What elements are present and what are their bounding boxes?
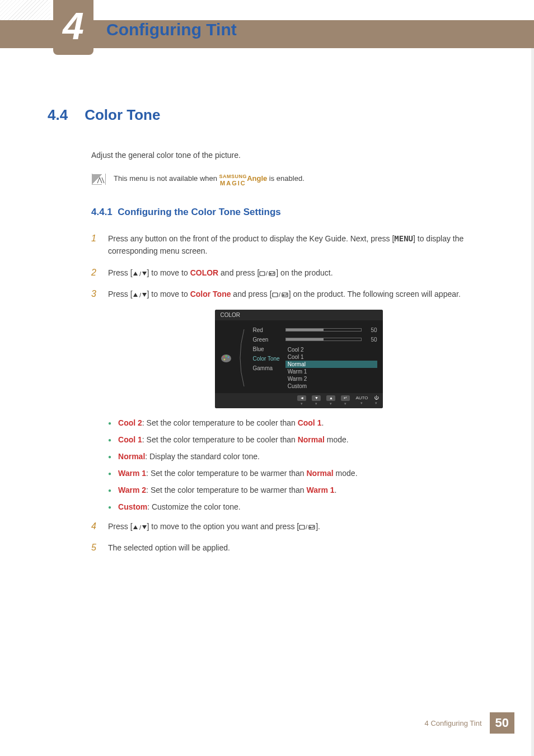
slider-track: [285, 338, 362, 341]
source-enter-icon: /: [272, 290, 289, 298]
t: ] to move to the option you want and pre…: [147, 522, 299, 531]
option-descriptions: ●Cool 2: Set the color temperature to be…: [108, 418, 506, 512]
slider-value: 50: [366, 327, 377, 333]
source-enter-icon: /: [299, 522, 316, 531]
osd-label-green: Green: [253, 337, 280, 343]
step-4: 4 Press [/] to move to the option you wa…: [91, 520, 506, 533]
t: Press [: [108, 522, 133, 531]
brand-bottom: MAGIC: [220, 180, 246, 186]
term: Cool 2: [118, 418, 142, 427]
option-warm2: Warm 2: [285, 375, 377, 382]
t: and press [: [231, 290, 271, 298]
footer-text: 4 Configuring Tint: [425, 719, 482, 727]
palette-icon: [221, 327, 234, 390]
term: Cool 1: [118, 435, 142, 444]
t: Press any button on the front of the pro…: [108, 234, 394, 243]
bullet-cool2: ●Cool 2: Set the color temperature to be…: [108, 418, 506, 428]
osd-dropdown: Cool 2 Cool 1 Normal Warm 1 Warm 2 Custo…: [285, 346, 377, 390]
svg-marker-2: [142, 272, 147, 276]
chapter-badge: 4: [53, 0, 93, 55]
svg-text:/: /: [266, 270, 268, 277]
up-down-icon: /: [133, 290, 147, 298]
ref: Normal: [306, 469, 333, 478]
slider-track: [285, 328, 362, 332]
osd-screenshot: COLOR Red Green Blue Color To: [91, 310, 506, 408]
svg-marker-21: [142, 525, 147, 529]
svg-text:/: /: [139, 292, 142, 298]
step-3: 3 Press [/] to move to Color Tone and pr…: [91, 288, 506, 300]
slider-fill: [286, 338, 324, 340]
content-area: 4.4 Color Tone Adjust the general color …: [48, 106, 506, 563]
bullet-dot-icon: ●: [108, 486, 111, 496]
bullet-normal: ●Normal: Display the standard color tone…: [108, 452, 506, 462]
bullet-warm1: ●Warm 1: Set the color temperature to be…: [108, 469, 506, 479]
t: ] to move to: [147, 290, 190, 298]
step-number: 4: [91, 521, 98, 531]
bullet-dot-icon: ●: [108, 435, 111, 445]
osd-btn-down: ▼▾: [312, 395, 321, 406]
slider-green: 50: [285, 337, 377, 343]
t: : Set the color temperature to be cooler…: [142, 435, 298, 444]
option-normal-selected: Normal: [285, 361, 377, 368]
svg-text:/: /: [306, 524, 308, 530]
t: ] on the product. The following screen w…: [289, 290, 461, 298]
t: : Set the color temperature to be warmer…: [146, 469, 306, 478]
osd-btn-up: ▲▾: [326, 395, 335, 406]
osd-right: 50 50 Cool 2 Cool 1 Normal Warm 1 Warm 2: [285, 327, 377, 390]
step-text: Press [/] to move to Color Tone and pres…: [108, 288, 506, 300]
step-text: Press [/] to move to COLOR and press [/]…: [108, 267, 506, 279]
t: Press [: [108, 268, 133, 277]
svg-text:/: /: [139, 525, 142, 530]
osd-arc: [238, 327, 249, 389]
step-number: 1: [91, 234, 98, 244]
t: ] on the product.: [276, 268, 332, 277]
bullet-dot-icon: ●: [108, 502, 111, 512]
option-custom: Custom: [285, 382, 377, 390]
brand-angle: Angle: [247, 174, 267, 183]
menu-key: MENU: [394, 234, 413, 243]
t: : Display the standard color tone.: [145, 452, 260, 461]
brand-top: SAMSUNG: [219, 174, 247, 179]
svg-text:/: /: [279, 292, 281, 298]
bullet-dot-icon: ●: [108, 469, 111, 479]
osd-panel: COLOR Red Green Blue Color To: [215, 310, 383, 408]
step-number: 3: [91, 289, 98, 299]
note: This menu is not available when SAMSUNGM…: [91, 172, 506, 186]
t: mode.: [325, 435, 349, 444]
keyword-color: COLOR: [190, 268, 219, 277]
subsection-number: 4.4.1: [91, 207, 113, 217]
bullet-cool1: ●Cool 1: Set the color temperature to be…: [108, 435, 506, 445]
t: Press [: [108, 290, 133, 298]
term: Warm 1: [118, 469, 146, 478]
section-title: Color Tone: [85, 106, 160, 124]
up-down-icon: /: [133, 522, 147, 531]
osd-label-gamma: Gamma: [253, 365, 280, 371]
subsection-heading: 4.4.1 Configuring the Color Tone Setting…: [91, 207, 506, 218]
svg-point-15: [223, 356, 224, 357]
osd-btn-enter: ↵▾: [341, 395, 350, 406]
osd-title: COLOR: [215, 310, 383, 320]
svg-marker-7: [133, 293, 138, 297]
source-enter-icon: /: [259, 268, 276, 277]
ref: Warm 1: [306, 486, 334, 494]
step-text: Press [/] to move to the option you want…: [108, 520, 506, 533]
osd-body: Red Green Blue Color Tone Gamma 50: [215, 320, 383, 393]
option-cool2: Cool 2: [285, 346, 377, 353]
note-text: This menu is not available when SAMSUNGM…: [114, 172, 305, 186]
term: Normal: [118, 452, 145, 461]
t: mode.: [334, 469, 358, 478]
osd-label-colortone: Color Tone: [253, 356, 280, 362]
t: : Customize the color tone.: [147, 502, 241, 511]
step-5: 5 The selected option will be applied.: [91, 542, 506, 554]
note-suffix: is enabled.: [267, 174, 305, 183]
side-stripe: [531, 20, 534, 756]
t: : Set the color temperature to be cooler…: [142, 418, 298, 427]
step-1: 1 Press any button on the front of the p…: [91, 232, 506, 258]
svg-rect-22: [299, 525, 305, 529]
t: and press [: [218, 268, 259, 277]
osd-btn-left: ◄▾: [297, 395, 306, 406]
osd-label-blue: Blue: [253, 346, 280, 352]
osd-btn-power: ⏻▾: [374, 395, 378, 405]
bullet-dot-icon: ●: [108, 452, 111, 462]
steps: 1 Press any button on the front of the p…: [91, 232, 506, 554]
